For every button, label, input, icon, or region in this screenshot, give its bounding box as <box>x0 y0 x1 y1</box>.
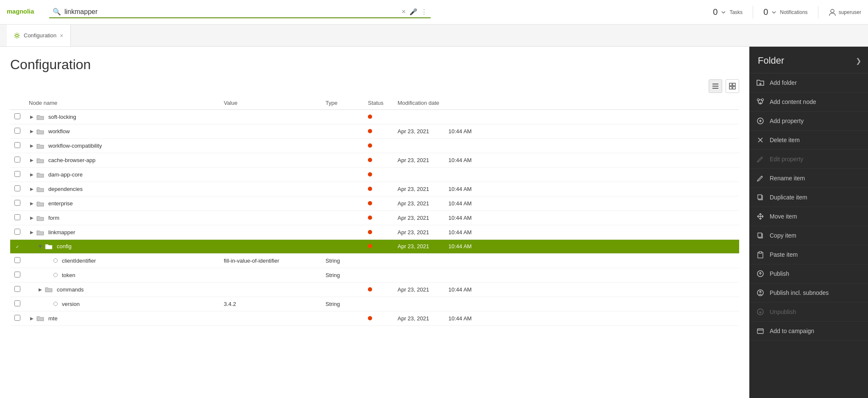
action-add-property[interactable]: Add property <box>749 112 868 131</box>
row-checkbox[interactable]: ✓ <box>10 240 25 254</box>
row-checkbox[interactable] <box>10 196 25 211</box>
row-type <box>321 282 364 297</box>
property-add-icon <box>756 117 765 125</box>
row-mod-date: Apr 23, 2021 <box>393 311 444 325</box>
row-checkbox[interactable] <box>10 253 25 268</box>
row-expand-icon[interactable]: ► <box>37 286 43 292</box>
row-expand-icon[interactable]: ► <box>29 215 35 221</box>
row-checkbox[interactable] <box>10 282 25 297</box>
table-row[interactable]: ►dependenciesApr 23, 202110:44 AM <box>10 182 739 196</box>
row-expand-icon[interactable]: ► <box>29 114 35 120</box>
row-value <box>220 110 321 124</box>
checkbox-input[interactable] <box>14 286 20 292</box>
checkbox-input[interactable] <box>14 300 20 306</box>
checkbox-checked[interactable]: ✓ <box>14 244 20 250</box>
table-row[interactable]: tokenString <box>10 268 739 282</box>
row-expand-icon[interactable]: ► <box>29 157 35 163</box>
row-expand-icon[interactable]: ▼ <box>37 244 43 249</box>
row-expand-icon[interactable]: ► <box>29 172 35 178</box>
row-status <box>364 139 393 153</box>
action-add-content-node[interactable]: Add content node <box>749 92 868 112</box>
grid-view-button[interactable] <box>726 79 739 93</box>
row-checkbox[interactable] <box>10 153 25 168</box>
row-expand-icon[interactable]: ► <box>29 143 35 149</box>
row-checkbox[interactable] <box>10 311 25 325</box>
checkbox-input[interactable] <box>14 214 20 220</box>
checkbox-input[interactable] <box>14 171 20 177</box>
table-row[interactable]: ►formApr 23, 202110:44 AM <box>10 211 739 225</box>
checkbox-input[interactable] <box>14 157 20 163</box>
table-row[interactable]: ►workflowApr 23, 202110:44 AM <box>10 124 739 139</box>
checkbox-input[interactable] <box>14 113 20 119</box>
right-panel-header: Folder ❯ <box>749 47 868 73</box>
table-row[interactable]: ►dam-app-core <box>10 168 739 182</box>
row-status <box>364 225 393 240</box>
action-rename-item[interactable]: Rename item <box>749 169 868 188</box>
row-checkbox[interactable] <box>10 211 25 225</box>
tasks-label: Tasks <box>729 9 743 15</box>
table-container: Node name Value Type Status Modification… <box>10 96 739 398</box>
grid-view-icon <box>729 83 736 90</box>
checkbox-input[interactable] <box>14 315 20 321</box>
row-checkbox[interactable] <box>10 139 25 153</box>
row-expand-icon[interactable]: ► <box>29 186 35 192</box>
checkbox-input[interactable] <box>14 185 20 191</box>
clear-search-icon[interactable]: ✕ <box>401 8 406 15</box>
action-copy-item[interactable]: Copy item <box>749 226 868 245</box>
checkbox-input[interactable] <box>14 200 20 206</box>
row-expand-icon[interactable]: ► <box>29 315 35 321</box>
collapse-panel-button[interactable]: ❯ <box>856 57 861 65</box>
action-add-to-campaign[interactable]: Add to campaign <box>749 322 868 341</box>
mic-icon[interactable]: 🎤 <box>409 8 417 16</box>
config-tab[interactable]: Configuration × <box>7 25 71 46</box>
search-input[interactable] <box>64 8 398 16</box>
table-scroll[interactable]: Node name Value Type Status Modification… <box>10 96 739 398</box>
table-row[interactable]: ►workflow-compatibility <box>10 139 739 153</box>
table-row[interactable]: ✓▼configApr 23, 202110:44 AM <box>10 240 739 254</box>
node-name-text: dependencies <box>48 186 83 192</box>
tasks-group[interactable]: 0 Tasks <box>713 7 743 17</box>
table-row[interactable]: clientIdentifierfill-in-value-of-identif… <box>10 253 739 268</box>
checkbox-input[interactable] <box>14 128 20 134</box>
apps-icon[interactable]: ⋮ <box>421 8 427 16</box>
action-delete-item[interactable]: Delete item <box>749 131 868 150</box>
svg-point-11 <box>757 99 760 101</box>
row-expand-icon[interactable]: ► <box>29 230 35 235</box>
close-tab-button[interactable]: × <box>60 32 63 39</box>
row-checkbox[interactable] <box>10 268 25 282</box>
row-checkbox[interactable] <box>10 297 25 311</box>
page-content: Configuration <box>0 47 749 398</box>
node-name-cell: ►workflow-compatibility <box>29 143 215 149</box>
action-label-publish: Publish <box>770 270 789 277</box>
table-row[interactable]: ►commandsApr 23, 202110:44 AM <box>10 282 739 297</box>
checkbox-input[interactable] <box>14 142 20 148</box>
row-checkbox[interactable] <box>10 182 25 196</box>
user-group[interactable]: superuser <box>829 8 861 16</box>
checkbox-input[interactable] <box>14 229 20 235</box>
checkbox-input[interactable] <box>14 257 20 263</box>
action-paste-item[interactable]: Paste item <box>749 245 868 264</box>
action-duplicate-item[interactable]: Duplicate item <box>749 188 868 207</box>
row-checkbox[interactable] <box>10 110 25 124</box>
copy-icon <box>756 231 765 240</box>
table-row[interactable]: ►mteApr 23, 202110:44 AM <box>10 311 739 325</box>
table-row[interactable]: ►soft-locking <box>10 110 739 124</box>
row-checkbox[interactable] <box>10 124 25 139</box>
row-checkbox[interactable] <box>10 225 25 240</box>
row-expand-icon[interactable]: ► <box>29 201 35 207</box>
svg-rect-9 <box>733 87 735 89</box>
row-checkbox[interactable] <box>10 168 25 182</box>
checkbox-input[interactable] <box>14 272 20 277</box>
row-expand-icon[interactable]: ► <box>29 129 35 135</box>
action-add-folder[interactable]: Add folder <box>749 73 868 92</box>
action-move-item[interactable]: Move item <box>749 207 868 226</box>
status-dot <box>368 230 372 234</box>
list-view-button[interactable] <box>709 79 722 93</box>
table-row[interactable]: ►linkmapperApr 23, 202110:44 AM <box>10 225 739 240</box>
table-row[interactable]: ►cache-browser-appApr 23, 202110:44 AM <box>10 153 739 168</box>
notifications-group[interactable]: 0 Notifications <box>763 7 808 17</box>
action-publish-subnodes[interactable]: Publish incl. subnodes <box>749 283 868 303</box>
action-publish[interactable]: Publish <box>749 264 868 283</box>
table-row[interactable]: version3.4.2String <box>10 297 739 311</box>
table-row[interactable]: ►enterpriseApr 23, 202110:44 AM <box>10 196 739 211</box>
